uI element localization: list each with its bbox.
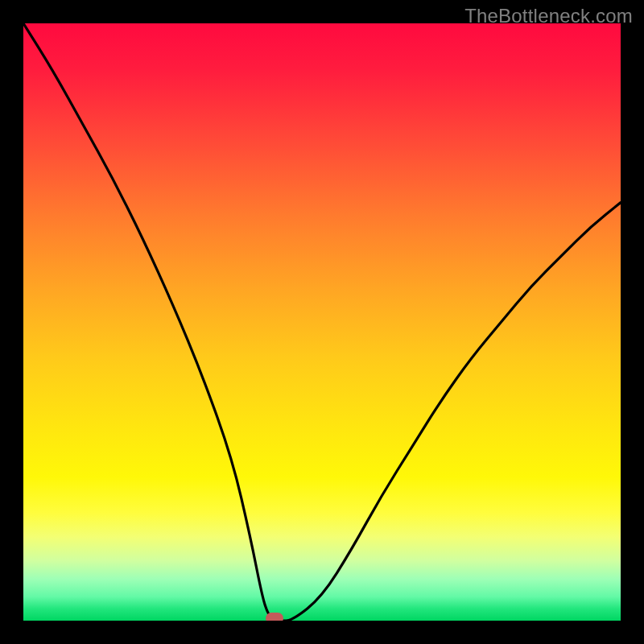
watermark-text: TheBottleneck.com (464, 5, 633, 27)
bottleneck-curve (23, 23, 621, 621)
chart-frame: TheBottleneck.com (0, 0, 644, 644)
plot-area (23, 23, 621, 621)
minimum-marker (266, 613, 283, 621)
